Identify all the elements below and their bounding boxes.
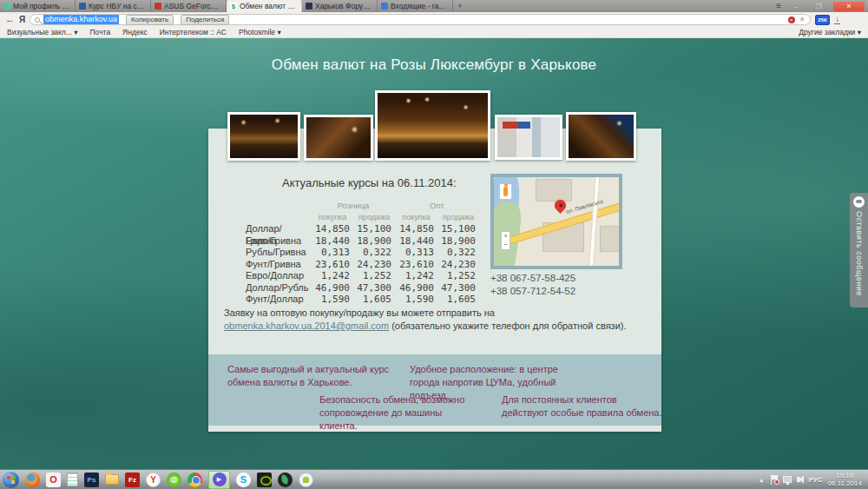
skype-icon[interactable]: S xyxy=(236,472,251,487)
icq-icon[interactable]: @ xyxy=(167,472,181,487)
rate-value: 0,313 xyxy=(312,247,353,259)
map-zoom-control[interactable]: + − xyxy=(501,231,510,250)
close-button[interactable]: × xyxy=(833,2,865,11)
tab-label: Курс НБУ на сегодня xyxy=(89,2,147,10)
share-button[interactable]: Поделиться xyxy=(181,15,229,25)
other-bookmarks-button[interactable]: Другие закладки ▾ xyxy=(799,28,861,36)
midori-icon[interactable] xyxy=(278,472,293,487)
email-link[interactable]: obmenka.kharkov.ua.2014@gmail.com xyxy=(224,320,389,331)
bookmark-intertelecom[interactable]: Интертелеком :: АС xyxy=(160,28,227,36)
photoshop-icon[interactable]: Ps xyxy=(84,472,99,487)
tab-label: Харьков Форум - От xyxy=(315,2,373,10)
rate-value: 23,610 xyxy=(395,259,437,271)
rates-col-header: продажа xyxy=(353,212,395,224)
map-building xyxy=(536,179,572,202)
action-center-flag-icon[interactable] xyxy=(770,475,778,485)
location-map[interactable]: пл. Павлівська + − xyxy=(490,174,622,269)
rate-value: 1,252 xyxy=(437,270,479,282)
storefront-photo-2[interactable] xyxy=(304,115,373,161)
tab-forum[interactable]: Харьков Форум - От xyxy=(302,0,378,12)
opera-icon[interactable]: O xyxy=(46,472,61,487)
map-canvas[interactable]: пл. Павлівська + − xyxy=(494,177,619,266)
tab-mail[interactable]: Входящие - raspro xyxy=(378,0,453,12)
firefox-icon[interactable] xyxy=(25,472,40,487)
kmplayer-active-slot[interactable]: ▶ xyxy=(208,471,230,489)
page-title: Обмен валют на Розы Люксембург в Харьков… xyxy=(0,56,868,74)
maximize-button[interactable]: ❐ xyxy=(811,3,826,10)
speaker-icon[interactable] xyxy=(797,477,800,482)
rate-pair: Евро/Доллар xyxy=(246,270,312,282)
network-icon[interactable] xyxy=(783,476,792,483)
bookmark-visual[interactable]: Визуальные закл... ▾ xyxy=(7,28,78,36)
start-button-icon[interactable] xyxy=(3,472,19,488)
rate-value: 15,100 xyxy=(437,223,479,235)
chrome-icon[interactable] xyxy=(187,472,202,487)
tab-olx[interactable]: Мой профиль - OLX xyxy=(0,0,76,12)
feedback-widget-tab[interactable]: Оставить сообщение xyxy=(850,193,868,307)
android-icon[interactable] xyxy=(299,472,313,487)
footer-band: Самые выгодный и актуальный курс обмена … xyxy=(208,354,661,426)
footer-note-safety: Безопасность обмена, возможно сопровожде… xyxy=(319,393,480,433)
rates-table: Розница Опт покупка продажа покупка прод… xyxy=(246,200,479,306)
bookmark-mail[interactable]: Почта xyxy=(90,28,111,36)
address-url-selected[interactable]: obmenka.kharkov.ua xyxy=(43,15,119,24)
wholesale-request-text: Заявку на оптовую покупку/продажу вы мож… xyxy=(224,307,646,333)
explorer-folder-icon[interactable] xyxy=(105,474,119,485)
clock[interactable]: 19:18 06.11.2014 xyxy=(828,472,862,488)
chat-bubble-icon xyxy=(853,196,865,208)
minimize-button[interactable]: – xyxy=(788,3,804,10)
filezilla-icon[interactable]: Fz xyxy=(125,472,140,487)
map-side-road xyxy=(587,177,600,266)
downloads-icon[interactable]: ↓ xyxy=(834,15,840,24)
request-text-after: (обязательно укажите телефон для обратно… xyxy=(389,320,626,331)
storefront-photo-main[interactable] xyxy=(375,90,490,161)
rate-value: 14,850 xyxy=(312,223,353,235)
extension-counter-icon[interactable]: 25K xyxy=(815,15,830,25)
mail-favicon-icon xyxy=(381,3,388,10)
storefront-photo-4[interactable] xyxy=(495,115,562,160)
browser-toolbar: ← Я obmenka.kharkov.ua Копировать Подели… xyxy=(0,12,868,27)
zoom-in-button[interactable]: + xyxy=(502,232,510,241)
rate-value: 1,252 xyxy=(353,270,395,282)
nbu-favicon-icon xyxy=(79,3,86,10)
storefront-photo-5[interactable] xyxy=(566,112,636,161)
tray-expand-icon[interactable]: ▲ xyxy=(759,477,765,483)
blocked-content-icon[interactable] xyxy=(788,17,795,23)
zoom-out-button[interactable]: − xyxy=(502,241,510,249)
yandex-browser-icon[interactable]: Y xyxy=(146,472,161,487)
rate-value: 18,900 xyxy=(353,235,395,248)
system-tray: ▲ РУС 19:18 06.11.2014 xyxy=(759,472,865,488)
tab-label: Обмен валют на Ро xyxy=(240,2,298,10)
storefront-photo-1[interactable] xyxy=(227,112,300,161)
copy-button[interactable]: Копировать xyxy=(126,15,174,25)
address-bar[interactable]: obmenka.kharkov.ua Копировать Поделиться… xyxy=(30,14,811,25)
rate-value: 24,230 xyxy=(353,259,395,271)
bookmark-photosmile[interactable]: Photosmile ▾ xyxy=(239,28,281,36)
tabbar-right-controls: ≡ – ❐ × xyxy=(776,0,868,12)
pegman-control-icon[interactable] xyxy=(499,183,512,200)
tab-asus[interactable]: ASUS GeForce GTX 6 xyxy=(151,0,227,12)
rate-value: 1,605 xyxy=(353,294,395,306)
language-indicator[interactable]: РУС xyxy=(809,476,823,484)
yandex-icon[interactable]: Я xyxy=(19,15,25,24)
menu-icon[interactable]: ≡ xyxy=(776,2,781,10)
rates-col-header: покупка xyxy=(312,212,353,224)
tab-obmenka-active[interactable]: $ Обмен валют на Ро xyxy=(227,0,302,12)
rate-value: 18,440 xyxy=(395,235,437,248)
pegman-figure xyxy=(503,187,508,196)
bookmark-yandex[interactable]: Яндекс xyxy=(122,28,148,36)
notepad-icon[interactable] xyxy=(67,472,78,486)
rates-col-header: покупка xyxy=(395,212,437,224)
footer-note-best-rate: Самые выгодный и актуальный курс обмена … xyxy=(227,363,392,389)
rates-col-header: продажа xyxy=(437,212,479,224)
content-panel: Актуальные курсы на 06.11.2014: Розница … xyxy=(208,129,661,432)
rate-pair: Евро/Гривна xyxy=(246,235,312,248)
new-tab-button[interactable]: + xyxy=(453,0,467,12)
nvidia-geforce-icon[interactable] xyxy=(257,472,272,487)
tab-nbu[interactable]: Курс НБУ на сегодня xyxy=(76,0,151,12)
rate-value: 1,605 xyxy=(437,294,479,306)
phone-number: +38 067-57-58-425 xyxy=(490,273,575,283)
back-icon[interactable]: ← xyxy=(5,15,15,24)
bookmark-star-icon[interactable]: ★ xyxy=(799,16,806,23)
rate-pair: Фунт/Гривна xyxy=(246,259,312,271)
